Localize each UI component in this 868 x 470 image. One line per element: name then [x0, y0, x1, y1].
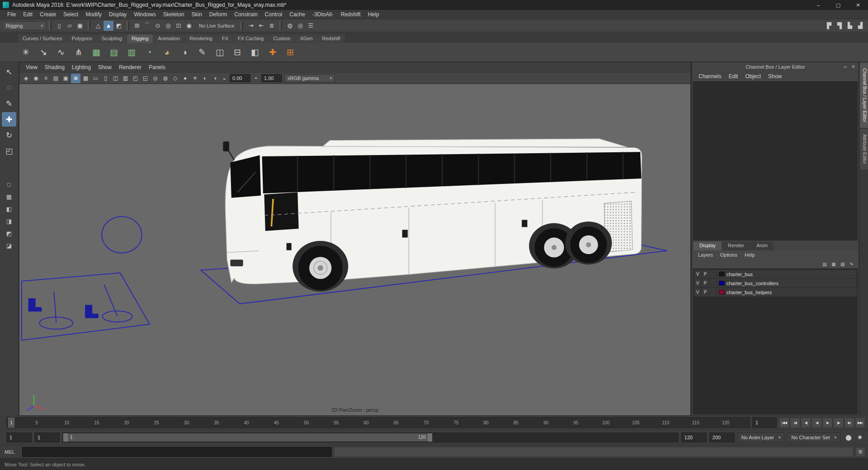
- undock-panel-icon[interactable]: ▱: [841, 63, 849, 70]
- layer-playback-toggle[interactable]: P: [702, 270, 709, 278]
- grid-icon[interactable]: ▦: [81, 74, 90, 83]
- snap-to-points-icon[interactable]: ⊙: [153, 21, 163, 31]
- layout-two-pane-side-button[interactable]: ◨: [2, 216, 16, 226]
- auto-keyframe-button[interactable]: ⬤: [843, 432, 854, 443]
- modeling-toolkit-icon[interactable]: ▛: [824, 21, 834, 31]
- create-joint-icon[interactable]: ✳: [18, 45, 33, 60]
- scale-tool-button[interactable]: ◰: [2, 144, 16, 158]
- select-by-object-icon[interactable]: ▲: [104, 21, 113, 31]
- viewport-3d-scene[interactable]: [19, 84, 690, 415]
- go-to-end-button[interactable]: ▶▶|: [855, 418, 865, 428]
- viewport-menu-item[interactable]: Show: [94, 63, 115, 71]
- layer-editor-tab[interactable]: Display: [693, 242, 722, 250]
- save-scene-icon[interactable]: ▣: [75, 21, 85, 31]
- paint-skin-weights-icon[interactable]: ✎: [194, 45, 210, 60]
- controller-circle[interactable]: [102, 216, 142, 253]
- layer-display-type-toggle[interactable]: [709, 279, 717, 287]
- layout-hypershade-persp-button[interactable]: ◪: [2, 240, 16, 251]
- layer-color-swatch[interactable]: [719, 272, 725, 277]
- exposure-field[interactable]: 0.00: [230, 74, 250, 82]
- playback-start-field[interactable]: 1: [34, 432, 60, 442]
- shelf-tab[interactable]: Curves / Surfaces: [18, 34, 66, 43]
- ipr-render-icon[interactable]: ◎: [295, 21, 305, 31]
- channel-box-menu-item[interactable]: Show: [765, 72, 784, 80]
- layer-editor-tab[interactable]: Anim: [750, 242, 774, 250]
- color-profile-dropdown[interactable]: sRGB gamma ▾: [284, 74, 335, 82]
- lasso-select-tool-button[interactable]: ◌: [2, 80, 16, 95]
- sidebar-vertical-tab[interactable]: Attribute Editor: [860, 129, 868, 169]
- layer-row[interactable]: V P charter_bus_controllers: [694, 279, 857, 287]
- timeline-ticks[interactable]: 1 51015202530354045505560657075808590951…: [6, 417, 750, 428]
- viewport-menu-item[interactable]: Renderer: [115, 63, 145, 71]
- camera-attributes-icon[interactable]: ≡: [41, 74, 51, 83]
- animation-end-field[interactable]: 200: [709, 432, 735, 442]
- group-collapse-handle[interactable]: [49, 21, 52, 30]
- attribute-editor-toggle-icon[interactable]: ▜: [835, 21, 844, 31]
- channel-box-attribute-area[interactable]: [693, 81, 858, 240]
- menu-item[interactable]: File: [4, 10, 19, 19]
- playback-end-field[interactable]: 120: [681, 432, 707, 442]
- menu-item[interactable]: Redshift: [337, 10, 364, 19]
- mirror-skin-weights-icon[interactable]: ◫: [212, 45, 227, 60]
- tool-settings-toggle-icon[interactable]: ▙: [845, 21, 855, 31]
- create-control-circle-icon[interactable]: ◔: [142, 45, 157, 60]
- snap-to-curves-icon[interactable]: ⌒: [142, 21, 152, 31]
- film-gate-icon[interactable]: ▭: [91, 74, 100, 83]
- close-button[interactable]: ✕: [848, 0, 868, 10]
- render-settings-icon[interactable]: ☰: [306, 21, 316, 31]
- shelf-tab[interactable]: Rigging: [127, 34, 153, 43]
- menu-item[interactable]: Modify: [82, 10, 105, 19]
- shelf-tab[interactable]: XGen: [295, 34, 317, 43]
- resolution-gate-icon[interactable]: ▯: [101, 74, 110, 83]
- open-scene-icon[interactable]: ▱: [65, 21, 75, 31]
- shelf-tab[interactable]: Rendering: [185, 34, 217, 43]
- layer-editor-tab[interactable]: Render: [722, 242, 750, 250]
- shelf-tab[interactable]: Redshift: [318, 34, 345, 43]
- group-collapse-handle[interactable]: [241, 21, 243, 30]
- shadows-icon[interactable]: ◐: [200, 74, 210, 83]
- ik-spline-handle-icon[interactable]: ∿: [53, 45, 69, 60]
- move-tool-button[interactable]: ✚: [2, 112, 16, 127]
- menu-item[interactable]: -3DtoAll-: [309, 10, 337, 19]
- layer-row[interactable]: V P charter_bus: [694, 270, 857, 278]
- channel-box-menu-item[interactable]: Channels: [696, 72, 724, 80]
- menu-item[interactable]: Constrain: [231, 10, 261, 19]
- layout-single-pane-button[interactable]: □: [2, 179, 16, 190]
- layer-visibility-toggle[interactable]: V: [694, 270, 702, 278]
- hik-character-icon[interactable]: ▦: [89, 45, 104, 60]
- menu-item[interactable]: Display: [105, 10, 130, 19]
- image-plane-icon[interactable]: ▣: [61, 74, 71, 83]
- layer-editor-menu-item[interactable]: Layers: [695, 252, 716, 258]
- select-by-component-icon[interactable]: ◩: [114, 21, 124, 31]
- shelf-tab[interactable]: FX: [217, 34, 233, 43]
- current-time-indicator[interactable]: 1: [8, 418, 14, 428]
- viewport-menu-item[interactable]: View: [22, 63, 41, 71]
- layer-editor-menu-item[interactable]: Help: [741, 252, 758, 258]
- animation-start-field[interactable]: 1: [6, 432, 32, 442]
- gamma-icon[interactable]: ◓: [252, 75, 260, 81]
- playback-range-bar[interactable]: 1 120: [63, 433, 432, 442]
- current-frame-field[interactable]: 1: [752, 417, 777, 428]
- hik-skeleton-icon[interactable]: ▥: [124, 45, 139, 60]
- output-connections-icon[interactable]: ⇤: [256, 21, 266, 31]
- copy-skin-weights-icon[interactable]: ⊟: [230, 45, 245, 60]
- layer-list[interactable]: V P charter_bus V P charter_bus_c: [693, 268, 858, 414]
- group-collapse-handle[interactable]: [279, 21, 282, 30]
- layer-color-swatch[interactable]: [719, 281, 725, 286]
- select-by-hierarchy-icon[interactable]: △: [93, 21, 103, 31]
- create-empty-layer-icon[interactable]: ▦: [830, 260, 838, 268]
- charter-bus-model[interactable]: [223, 139, 642, 291]
- command-line-input[interactable]: [22, 447, 332, 457]
- menu-item[interactable]: Create: [36, 10, 60, 19]
- menu-item[interactable]: Skeleton: [160, 10, 188, 19]
- animation-preferences-button[interactable]: ✱: [854, 432, 865, 443]
- command-line-language-toggle[interactable]: MEL: [5, 449, 20, 455]
- snap-to-projected-center-icon[interactable]: ◎: [163, 21, 173, 31]
- menu-item[interactable]: Skin: [188, 10, 206, 19]
- range-end-handle[interactable]: [428, 433, 432, 442]
- menu-item[interactable]: Cache: [286, 10, 309, 19]
- plugin-add-rig-icon[interactable]: ✚: [265, 45, 280, 60]
- construction-history-icon[interactable]: ≣: [267, 21, 277, 31]
- viewport-canvas[interactable]: 2D Pan/Zoom : persp: [19, 84, 690, 415]
- new-scene-icon[interactable]: ▯: [54, 21, 64, 31]
